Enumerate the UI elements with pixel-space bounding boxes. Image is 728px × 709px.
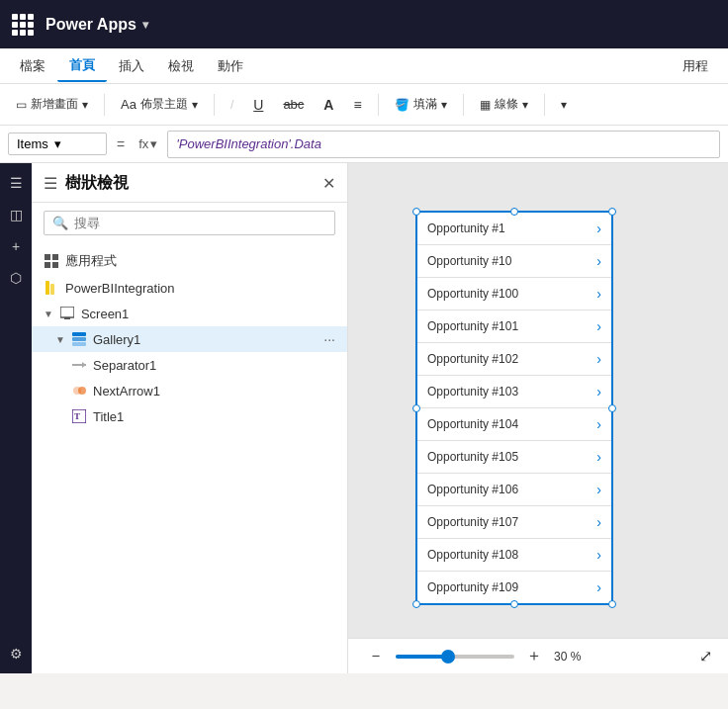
- formula-input[interactable]: [167, 131, 720, 158]
- menu-home[interactable]: 首頁: [57, 50, 107, 82]
- side-icon-layers[interactable]: ◫: [4, 203, 28, 226]
- menu-action[interactable]: 動作: [206, 51, 255, 81]
- side-icon-hamburger[interactable]: ☰: [4, 171, 28, 195]
- gallery-item-label: Opportunity #101: [427, 319, 518, 333]
- font-color-button[interactable]: A: [316, 93, 341, 117]
- svg-rect-1: [52, 254, 58, 260]
- zoom-slider[interactable]: [396, 655, 514, 659]
- new-screen-icon: ▭: [16, 98, 27, 112]
- tree-item-app[interactable]: 應用程式: [32, 247, 347, 275]
- toolbar-sep-3: [378, 94, 379, 116]
- canvas-area: Opportunity #1›Opportunity #10›Opportuni…: [348, 163, 728, 673]
- side-icon-settings[interactable]: ⚙: [4, 642, 28, 665]
- gallery-frame: Opportunity #1›Opportunity #10›Opportuni…: [415, 211, 613, 605]
- menu-bar: 檔案 首頁 插入 檢視 動作 用程: [0, 48, 728, 84]
- theme-button[interactable]: Aa 佈景主題 ▾: [113, 92, 206, 117]
- tree-hamburger-icon[interactable]: ☰: [44, 174, 57, 193]
- gallery-wrapper[interactable]: Opportunity #1›Opportunity #10›Opportuni…: [415, 211, 613, 605]
- more-button[interactable]: ▾: [553, 94, 575, 116]
- tree-item-separator1[interactable]: Separator1: [32, 352, 347, 378]
- formula-name-box[interactable]: Items ▾: [8, 133, 107, 155]
- gallery-icon: [71, 331, 87, 347]
- gallery-item[interactable]: Opportunity #102›: [417, 343, 611, 376]
- svg-rect-6: [60, 307, 74, 317]
- svg-rect-10: [72, 342, 86, 346]
- underline-button[interactable]: U: [245, 93, 271, 117]
- theme-label: 佈景主題: [140, 96, 188, 113]
- strikethrough-button[interactable]: abc: [275, 93, 312, 116]
- gallery-item[interactable]: Opportunity #107›: [417, 506, 611, 539]
- side-icon-add[interactable]: +: [4, 234, 28, 258]
- expand-button[interactable]: ⤢: [699, 647, 712, 665]
- gallery-item[interactable]: Opportunity #106›: [417, 474, 611, 506]
- tree-item-separator1-label: Separator1: [93, 358, 156, 373]
- tree-item-screen1-label: Screen1: [81, 307, 129, 321]
- zoom-plus-button[interactable]: ＋: [522, 646, 546, 666]
- gallery-item[interactable]: Opportunity #1›: [417, 213, 611, 245]
- gallery-item[interactable]: Opportunity #104›: [417, 408, 611, 441]
- tree-item-gallery1[interactable]: ▼ Gallery1 ···: [32, 326, 347, 352]
- tree-item-title1[interactable]: T Title1: [32, 403, 347, 429]
- app-icon: [44, 253, 59, 269]
- toolbar: ▭ 新增畫面 ▾ Aa 佈景主題 ▾ / U abc A ≡ 🪣 填滿 ▾ ▦ …: [0, 84, 728, 126]
- title-icon: T: [71, 408, 87, 424]
- app-title-chevron[interactable]: ▾: [142, 18, 148, 32]
- fill-label: 填滿: [413, 96, 437, 113]
- gallery-item-chevron: ›: [596, 416, 601, 432]
- search-input[interactable]: [74, 216, 326, 230]
- zoom-slider-thumb[interactable]: [441, 650, 455, 664]
- formula-bar: Items ▾ = fx ▾: [0, 126, 728, 163]
- tree-item-nextarrow1[interactable]: NextArrow1: [32, 378, 347, 403]
- gallery-item[interactable]: Opportunity #101›: [417, 310, 611, 343]
- svg-rect-4: [46, 281, 49, 295]
- formula-fx-button[interactable]: fx ▾: [135, 136, 161, 151]
- svg-point-14: [78, 387, 86, 395]
- svg-rect-0: [45, 254, 50, 260]
- formula-equals: =: [113, 136, 129, 152]
- gallery-item-label: Opportunity #10: [427, 254, 511, 268]
- tree-search[interactable]: 🔍: [44, 211, 335, 235]
- gallery-item[interactable]: Opportunity #103›: [417, 376, 611, 408]
- divider-label: /: [223, 94, 241, 116]
- waffle-icon[interactable]: [12, 14, 34, 36]
- tree-title: 樹狀檢視: [65, 173, 129, 194]
- fill-button[interactable]: 🪣 填滿 ▾: [387, 92, 455, 117]
- gallery1-dots-icon[interactable]: ···: [323, 331, 335, 347]
- gallery-item-chevron: ›: [596, 286, 601, 302]
- handle-bm[interactable]: [510, 600, 518, 608]
- handle-tm[interactable]: [510, 208, 518, 216]
- powerbi-icon: [44, 280, 59, 296]
- tree-item-screen1[interactable]: ▼ Screen1: [32, 301, 347, 326]
- menu-file[interactable]: 檔案: [8, 51, 57, 81]
- gallery-item-chevron: ›: [596, 547, 601, 563]
- gallery-item-label: Opportunity #107: [427, 515, 518, 529]
- border-button[interactable]: ▦ 線條 ▾: [472, 92, 536, 117]
- menu-view[interactable]: 檢視: [156, 51, 206, 81]
- handle-br[interactable]: [608, 600, 616, 608]
- handle-tl[interactable]: [412, 208, 420, 216]
- new-screen-button[interactable]: ▭ 新增畫面 ▾: [8, 92, 96, 117]
- formula-name-chevron: ▾: [54, 136, 61, 151]
- handle-bl[interactable]: [412, 600, 420, 608]
- gallery-item[interactable]: Opportunity #10›: [417, 245, 611, 278]
- zoom-minus-button[interactable]: －: [364, 646, 388, 666]
- tree-item-app-label: 應用程式: [65, 252, 117, 270]
- gallery-item[interactable]: Opportunity #109›: [417, 572, 611, 603]
- gallery-item-label: Opportunity #108: [427, 548, 518, 562]
- handle-mr[interactable]: [608, 404, 616, 412]
- tree-body: 應用程式 PowerBIIntegration ▼ Screen1 ▼: [32, 243, 347, 673]
- svg-rect-8: [72, 332, 86, 336]
- tree-close-icon[interactable]: ✕: [322, 174, 335, 193]
- side-icon-data[interactable]: ⬡: [4, 266, 28, 290]
- handle-ml[interactable]: [412, 404, 420, 412]
- gallery-item-label: Opportunity #104: [427, 417, 518, 431]
- gallery-item[interactable]: Opportunity #108›: [417, 539, 611, 572]
- menu-insert[interactable]: 插入: [107, 51, 156, 81]
- gallery-item[interactable]: Opportunity #105›: [417, 441, 611, 474]
- menu-right: 用程: [671, 51, 720, 81]
- gallery-item[interactable]: Opportunity #100›: [417, 278, 611, 310]
- align-button[interactable]: ≡: [345, 93, 369, 117]
- tree-item-powerbi[interactable]: PowerBIIntegration: [32, 275, 347, 301]
- screen1-expand-icon: ▼: [44, 309, 53, 319]
- handle-tr[interactable]: [608, 208, 616, 216]
